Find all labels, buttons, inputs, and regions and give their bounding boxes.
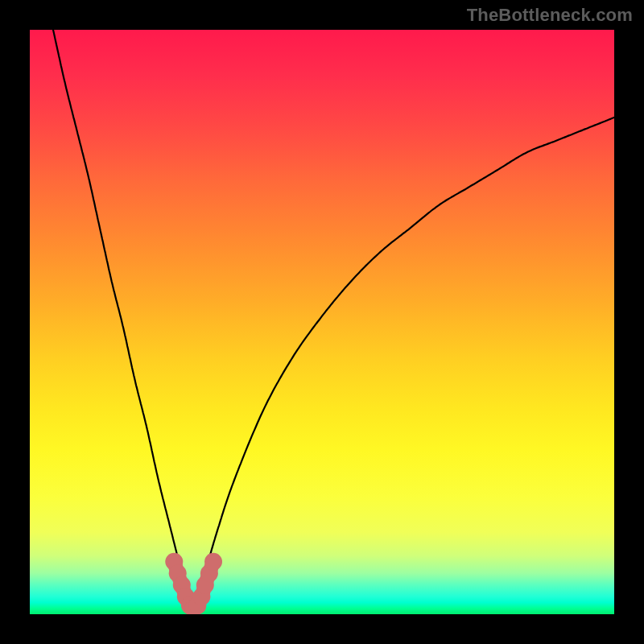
svg-point-10 (204, 553, 222, 571)
plot-area (30, 30, 614, 614)
watermark-text: TheBottleneck.com (467, 5, 633, 26)
sweet-spot-highlight (165, 553, 222, 614)
chart-frame: TheBottleneck.com (0, 0, 644, 644)
curve-layer (30, 30, 614, 614)
bottleneck-curve (53, 30, 614, 609)
